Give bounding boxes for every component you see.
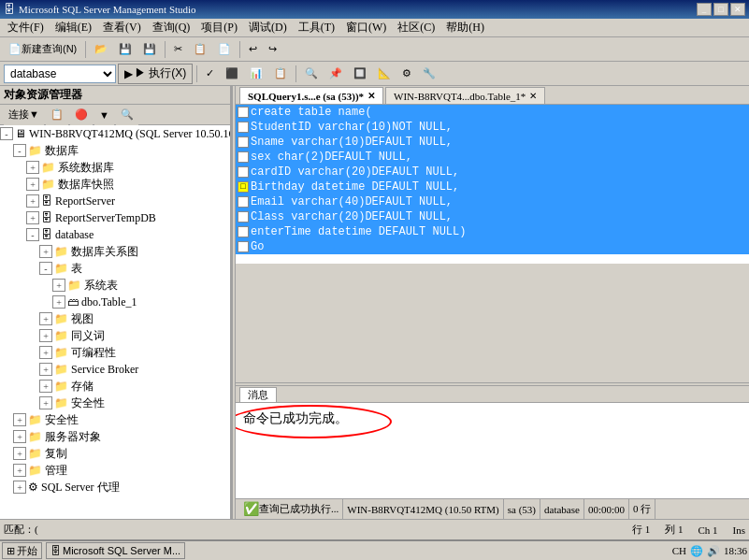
tree-server-objects[interactable]: + 📁 服务器对象 bbox=[0, 428, 230, 445]
menu-help[interactable]: 帮助(H) bbox=[440, 18, 490, 37]
menu-tools[interactable]: 工具(T) bbox=[293, 18, 340, 37]
menu-window[interactable]: 窗口(W) bbox=[340, 18, 392, 37]
tables-expander[interactable]: - bbox=[39, 262, 52, 275]
db-snapshots-expander[interactable]: + bbox=[26, 178, 39, 191]
tree-databases[interactable]: - 📁 数据库 bbox=[0, 142, 230, 159]
tree-synonyms[interactable]: + 📁 同义词 bbox=[0, 327, 230, 344]
menu-view[interactable]: 查看(V) bbox=[97, 18, 147, 37]
dbo-table1-expander[interactable]: + bbox=[52, 295, 65, 309]
menu-edit[interactable]: 编辑(E) bbox=[50, 18, 97, 37]
tree-replication[interactable]: + 📁 复制 bbox=[0, 445, 230, 462]
menu-query[interactable]: 查询(Q) bbox=[147, 18, 196, 37]
tab-table1-close[interactable]: ✕ bbox=[529, 91, 537, 101]
explorer-btn1[interactable]: 📋 bbox=[46, 105, 68, 125]
reportserver-expander[interactable]: + bbox=[26, 194, 39, 208]
tree-server[interactable]: - 🖥 WIN-B8RVQT412MQ (SQL Server 10.50.16… bbox=[0, 125, 230, 142]
tree-storage[interactable]: + 📁 存储 bbox=[0, 378, 230, 395]
code-line-5[interactable]: □ cardID varchar(20)DEFAULT NULL, bbox=[236, 165, 749, 179]
execute-button[interactable]: ▶ ▶ 执行(X) bbox=[118, 64, 193, 84]
taskbar-ssms[interactable]: 🗄 Microsoft SQL Server M... bbox=[46, 542, 185, 559]
minimize-button[interactable]: _ bbox=[697, 3, 712, 16]
tree-diagrams[interactable]: + 📁 数据库关系图 bbox=[0, 243, 230, 260]
cut-button[interactable]: ✂ bbox=[169, 39, 187, 60]
code-line-7[interactable]: □ Email varchar(40)DEFAULT NULL, bbox=[236, 194, 749, 209]
redo-button[interactable]: ↪ bbox=[264, 39, 281, 60]
code-line-8[interactable]: □ Class varchar(20)DEFAULT NULL, bbox=[236, 209, 749, 224]
sql-agent-expander[interactable]: + bbox=[13, 481, 26, 494]
menu-community[interactable]: 社区(C) bbox=[392, 18, 440, 37]
databases-expander[interactable]: - bbox=[13, 144, 26, 157]
security-server-expander[interactable]: + bbox=[13, 413, 26, 426]
tree-sys-tables[interactable]: + 📁 系统表 bbox=[0, 277, 230, 294]
tree-tables[interactable]: - 📁 表 bbox=[0, 260, 230, 277]
tree-dbo-table1[interactable]: + 🗃 dbo.Table_1 bbox=[0, 294, 230, 310]
tab-query1-close[interactable]: ✕ bbox=[367, 91, 375, 101]
tab-query1[interactable]: SQLQuery1.s...e (sa (53))* ✕ bbox=[239, 87, 383, 104]
zoom-button[interactable]: 🔍 bbox=[300, 64, 323, 84]
settings-button[interactable]: ⚙ bbox=[397, 64, 416, 84]
sys-tables-expander[interactable]: + bbox=[52, 279, 65, 292]
parse-button[interactable]: ✓ bbox=[201, 64, 219, 84]
tree-reportservertempdb[interactable]: + 🗄 ReportServerTempDB bbox=[0, 209, 230, 226]
tree-programmability[interactable]: + 📁 可编程性 bbox=[0, 344, 230, 361]
code-line-1[interactable]: □ create table name( bbox=[236, 105, 749, 120]
close-button[interactable]: ✕ bbox=[730, 3, 745, 16]
save-button[interactable]: 💾 bbox=[114, 39, 137, 60]
tree-db-snapshots[interactable]: + 📁 数据库快照 bbox=[0, 176, 230, 193]
tree-reportserver[interactable]: + 🗄 ReportServer bbox=[0, 193, 230, 209]
code-line-6[interactable]: □ Birthday datetime DEFAULT NULL, bbox=[236, 179, 749, 194]
connect-button[interactable]: 连接▼ bbox=[4, 105, 44, 125]
start-button[interactable]: ⊞ 开始 bbox=[2, 542, 42, 559]
code-line-9[interactable]: □ enterTime datetime DEFAULT NULL) bbox=[236, 224, 749, 239]
management-expander[interactable]: + bbox=[13, 464, 26, 477]
format-button[interactable]: 📐 bbox=[373, 64, 396, 84]
filter-button[interactable]: ▼ bbox=[94, 105, 114, 125]
database-selector[interactable]: database bbox=[4, 65, 116, 83]
grid-button[interactable]: 🔲 bbox=[349, 64, 371, 84]
copy-button[interactable]: 📋 bbox=[189, 39, 211, 60]
query-options-button[interactable]: 📋 bbox=[269, 64, 292, 84]
messages-tab[interactable]: 消息 bbox=[239, 387, 277, 402]
tree-sql-agent[interactable]: + ⚙ SQL Server 代理 bbox=[0, 479, 230, 495]
replication-expander[interactable]: + bbox=[13, 447, 26, 460]
results-button[interactable]: 📊 bbox=[245, 64, 267, 84]
menu-project[interactable]: 项目(P) bbox=[195, 18, 243, 37]
save-all-button[interactable]: 💾 bbox=[138, 39, 161, 60]
views-expander[interactable]: + bbox=[39, 312, 52, 325]
code-line-10[interactable]: □ Go bbox=[236, 239, 749, 254]
reportservertempdb-expander[interactable]: + bbox=[26, 211, 39, 224]
tree-database[interactable]: - 🗄 database bbox=[0, 226, 230, 243]
tree-service-broker[interactable]: + 📁 Service Broker bbox=[0, 361, 230, 378]
tree-security-server[interactable]: + 📁 安全性 bbox=[0, 411, 230, 428]
open-button[interactable]: 📂 bbox=[90, 39, 112, 60]
menu-file[interactable]: 文件(F) bbox=[2, 18, 50, 37]
tree-system-dbs[interactable]: + 📁 系统数据库 bbox=[0, 159, 230, 176]
menu-debug[interactable]: 调试(D) bbox=[243, 18, 293, 37]
maximize-button[interactable]: □ bbox=[713, 3, 728, 16]
cancel-button[interactable]: ⬛ bbox=[221, 64, 243, 84]
code-line-3[interactable]: □ Sname varchar(10)DEFAULT NULL, bbox=[236, 135, 749, 150]
code-editor[interactable]: □ create table name( □ StudentID varchar… bbox=[236, 105, 749, 382]
server-expander[interactable]: - bbox=[0, 127, 13, 140]
tree-security-db[interactable]: + 📁 安全性 bbox=[0, 395, 230, 411]
undo-button[interactable]: ↩ bbox=[244, 39, 262, 60]
storage-expander[interactable]: + bbox=[39, 380, 52, 393]
service-broker-expander[interactable]: + bbox=[39, 363, 52, 376]
code-line-2[interactable]: □ StudentID varchar(10)NOT NULL, bbox=[236, 120, 749, 135]
pin-button[interactable]: 📌 bbox=[324, 64, 347, 84]
disconnect-button[interactable]: 🔴 bbox=[70, 105, 93, 125]
object-tree[interactable]: - 🖥 WIN-B8RVQT412MQ (SQL Server 10.50.16… bbox=[0, 125, 230, 519]
tree-views[interactable]: + 📁 视图 bbox=[0, 310, 230, 327]
code-line-4[interactable]: □ sex char(2)DEFAULT NULL, bbox=[236, 150, 749, 165]
tools-button[interactable]: 🔧 bbox=[418, 64, 440, 84]
diagrams-expander[interactable]: + bbox=[39, 245, 52, 258]
tab-table1[interactable]: WIN-B8RVQT4...dbo.Table_1* ✕ bbox=[385, 87, 545, 104]
paste-button[interactable]: 📄 bbox=[213, 39, 236, 60]
database-expander[interactable]: - bbox=[26, 228, 39, 241]
server-objects-expander[interactable]: + bbox=[13, 430, 26, 443]
programmability-expander[interactable]: + bbox=[39, 346, 52, 359]
system-dbs-expander[interactable]: + bbox=[26, 161, 39, 174]
new-query-button[interactable]: 📄 新建查询(N) bbox=[4, 39, 81, 60]
search-button[interactable]: 🔍 bbox=[116, 105, 138, 125]
tree-management[interactable]: + 📁 管理 bbox=[0, 462, 230, 479]
